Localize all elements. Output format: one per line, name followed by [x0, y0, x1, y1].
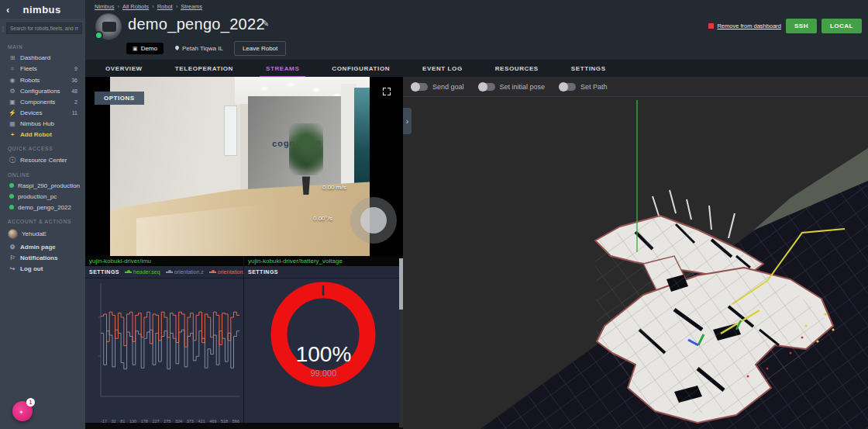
online-robot-item[interactable]: Raspi_290_production: [0, 180, 85, 191]
online-robot-name: production_pc: [18, 193, 78, 200]
map-toggle[interactable]: Set initial pose: [478, 83, 546, 91]
sidebar-item-label: Devices: [20, 109, 72, 116]
robot-avatar: [95, 13, 122, 40]
fullscreen-icon[interactable]: [383, 88, 391, 95]
search-input[interactable]: [6, 22, 82, 34]
stream-options-button[interactable]: OPTIONS: [95, 92, 144, 105]
tab[interactable]: CONFIGURATION: [322, 61, 399, 77]
legend-marker-icon: [166, 272, 173, 273]
demo-tag[interactable]: ▣ Demo: [126, 43, 164, 54]
video-glass-window: [354, 88, 370, 190]
tab[interactable]: RESOURCES: [486, 61, 548, 77]
filter-icon[interactable]: [2, 26, 4, 32]
section-label-online: ONLINE: [0, 166, 85, 180]
online-status-icon: [9, 194, 14, 199]
tab[interactable]: TELEOPERATION: [166, 61, 243, 77]
account-action-item[interactable]: ↪ Log out: [0, 263, 85, 274]
sidebar-item[interactable]: ▣ Components 2: [0, 96, 85, 107]
toggle-switch-icon[interactable]: [411, 83, 428, 91]
map-3d-panel: Send goal Set initial pose Set Path ›: [403, 77, 868, 429]
expand-panel-chevron[interactable]: ›: [403, 108, 412, 134]
tab[interactable]: EVENT LOG: [413, 61, 472, 77]
collapse-sidebar-icon[interactable]: ‹: [6, 4, 9, 16]
breadcrumb-item[interactable]: All Robots: [114, 3, 149, 10]
map-toggle[interactable]: Send goal: [411, 83, 464, 91]
sidebar-item[interactable]: ⊞ Dashboard: [0, 52, 85, 63]
leave-robot-button[interactable]: Leave Robot: [234, 41, 286, 56]
sidebar-item-count: 48: [71, 88, 78, 94]
tab[interactable]: OVERVIEW: [96, 61, 152, 77]
remove-from-dashboard-link[interactable]: Remove from dashboard: [708, 22, 781, 29]
teleop-joystick[interactable]: [350, 197, 397, 244]
robot-icon: ▣: [133, 46, 138, 52]
sidebar-item[interactable]: ⌗ Fleets 9: [0, 63, 85, 74]
chat-notification-badge: 1: [26, 398, 35, 407]
legend-label: header.seq: [133, 269, 160, 275]
sidebar-item-label: Configurations: [20, 88, 71, 95]
map-toggle[interactable]: Set Path: [559, 83, 608, 91]
online-robot-item[interactable]: demo_pengo_2022: [0, 202, 85, 213]
sidebar-item-count: 36: [71, 78, 78, 83]
tab-bar: OVERVIEWTELEOPERATIONSTREAMSCONFIGURATIO…: [85, 60, 868, 77]
online-status-icon: [9, 205, 14, 209]
account-action-item[interactable]: ⚙ Admin page: [0, 241, 85, 252]
breadcrumb-item[interactable]: Streams: [173, 3, 202, 10]
robot-online-status-icon: [95, 31, 103, 40]
account-action-item[interactable]: ⚐ Notifications: [0, 252, 85, 263]
sidebar-item[interactable]: + Add Robot: [0, 129, 85, 140]
toggle-label: Send goal: [432, 83, 464, 91]
remove-icon: [708, 23, 714, 29]
toggle-label: Set Path: [580, 83, 608, 91]
sidebar-item-icon: +: [8, 131, 17, 138]
ssh-button[interactable]: SSH: [786, 19, 817, 33]
page-header: NimbusAll RobotsRobotStreams demo_pengo_…: [85, 0, 868, 60]
remove-link-label: Remove from dashboard: [717, 22, 781, 29]
breadcrumb-item[interactable]: Robot: [149, 3, 173, 10]
robot-location: Petah Tiqwa IL: [174, 45, 223, 52]
robot-avatar-face: [102, 22, 116, 32]
sidebar-item[interactable]: ▦ Nimbus Hub: [0, 118, 85, 129]
camera-stream-panel: cogniteam OPTIONS 0.00 m/s 0.00°/s: [85, 77, 403, 256]
legend-item[interactable]: orientation.z: [166, 269, 204, 275]
section-label-main: MAIN: [0, 38, 85, 52]
robot-meta-row: ▣ Demo Petah Tiqwa IL Leave Robot: [126, 41, 286, 56]
sidebar-item-icon: ▣: [8, 99, 17, 106]
online-status-icon: [9, 183, 14, 188]
battery-raw-value: 99.000: [244, 368, 403, 378]
tab[interactable]: SETTINGS: [562, 61, 615, 77]
sidebar-item[interactable]: ◉ Robots 36: [0, 74, 85, 85]
imu-line-chart[interactable]: [85, 279, 244, 412]
map-3d-viewport[interactable]: [403, 97, 868, 429]
demo-tag-label: Demo: [141, 45, 157, 52]
sidebar-item-label: Nimbus Hub: [20, 120, 78, 127]
battery-panel-titlebar: yujin-kobuki-driver/battery_voltage: [244, 256, 402, 266]
sidebar-item-label: Add Robot: [20, 131, 78, 138]
toggle-switch-icon[interactable]: [478, 83, 495, 91]
imu-panel-titlebar: yujin-kobuki-driver/imu: [85, 256, 243, 266]
location-pin-icon: [174, 46, 180, 51]
user-row[interactable]: YehudaE: [0, 227, 85, 241]
legend-item[interactable]: orientation.w: [209, 269, 249, 275]
sidebar-item[interactable]: ⚡ Devices 11: [0, 107, 85, 118]
tab[interactable]: STREAMS: [257, 61, 308, 77]
legend-item[interactable]: header.seq: [125, 269, 160, 275]
imu-stream-panel: yujin-kobuki-driver/imu SETTINGS header.…: [85, 256, 244, 423]
ceiling-light: [287, 82, 294, 87]
breadcrumb-item[interactable]: Nimbus: [95, 3, 114, 10]
info-icon: ⓘ: [8, 156, 17, 164]
imu-legend: header.seq orientation.z orientation.w: [125, 269, 249, 275]
local-button[interactable]: LOCAL: [822, 19, 862, 33]
sidebar-item[interactable]: ⓘ Resource Center: [0, 154, 85, 166]
imu-settings-button[interactable]: SETTINGS: [89, 269, 119, 275]
chat-widget-button[interactable]: ✦ 1: [12, 401, 33, 421]
toggle-switch-icon[interactable]: [559, 83, 576, 91]
sidebar-item-label: Dashboard: [20, 54, 78, 61]
avatar: [8, 229, 18, 239]
sidebar-item[interactable]: ⚙ Configurations 48: [0, 85, 85, 96]
joystick-knob[interactable]: [360, 207, 387, 234]
battery-settings-button[interactable]: SETTINGS: [248, 269, 278, 275]
online-robot-item[interactable]: production_pc: [0, 191, 85, 202]
account-action-label: Notifications: [20, 254, 78, 261]
sidebar-item-label: Resource Center: [20, 157, 78, 164]
edit-name-icon[interactable]: ✎: [262, 19, 269, 29]
